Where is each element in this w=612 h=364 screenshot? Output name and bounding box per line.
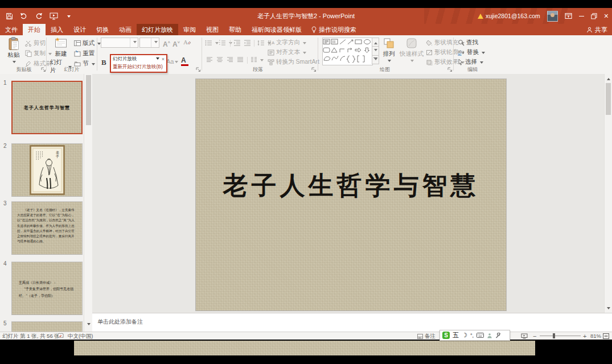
notes-icon — [417, 334, 423, 339]
select-button[interactable]: 选择 — [458, 58, 483, 66]
tab-transitions[interactable]: 切换 — [91, 24, 114, 35]
cut-button[interactable]: 剪切 — [25, 39, 46, 47]
align-left-button[interactable] — [206, 57, 213, 63]
paste-button[interactable]: 粘贴 — [4, 37, 23, 64]
zoom-out-button[interactable]: − — [533, 333, 536, 340]
minimize-button[interactable] — [579, 16, 584, 16]
restore-button[interactable] — [591, 13, 597, 19]
decrease-indent-button[interactable] — [233, 40, 241, 46]
tab-animations[interactable]: 动画 — [114, 24, 137, 35]
shapes-scroll-down[interactable] — [372, 47, 379, 55]
ime-fullhalf-icon[interactable]: ☽ — [462, 332, 467, 339]
justify-button[interactable] — [237, 57, 244, 63]
ime-toolbar[interactable]: S 五 ☽ °, — [440, 330, 510, 341]
close-button[interactable]: × — [604, 12, 609, 20]
align-center-button[interactable] — [216, 57, 223, 63]
spellcheck-icon[interactable] — [57, 333, 64, 339]
reset-button[interactable]: 重置 — [74, 49, 95, 57]
numbering-icon — [219, 40, 226, 46]
change-case-button[interactable]: Aa — [166, 58, 178, 65]
arrange-button[interactable]: 排列 — [380, 37, 397, 63]
thumbnail-scroll-down[interactable] — [84, 321, 93, 329]
clipboard-dialog-launcher[interactable] — [41, 67, 46, 72]
slide-title[interactable]: 老子人生哲学与智慧 — [196, 169, 506, 202]
tab-slideshow[interactable]: 幻灯片放映 — [137, 24, 178, 35]
avatar[interactable] — [547, 11, 558, 22]
popup-dropdown-icon[interactable] — [156, 57, 159, 61]
quick-styles-button[interactable]: 快速样式 — [400, 37, 424, 63]
find-button[interactable]: 查找 — [458, 39, 478, 47]
shapes-scroll-up[interactable] — [372, 38, 379, 47]
shapes-gallery[interactable] — [322, 38, 373, 65]
drawing-dialog-launcher[interactable] — [447, 67, 453, 72]
replace-button[interactable]: abac 替换 — [458, 48, 485, 56]
fit-to-window-button[interactable] — [603, 333, 609, 339]
font-name-combo[interactable] — [101, 38, 138, 48]
account-info[interactable]: xujie2801@163.com — [478, 13, 540, 19]
thumbnail-slide-5[interactable] — [11, 321, 83, 332]
grow-font-button[interactable]: A˄ — [163, 39, 170, 48]
zoom-slider-track[interactable] — [540, 336, 581, 336]
ime-person-icon[interactable] — [487, 333, 492, 338]
svg-text:ac: ac — [458, 52, 462, 56]
language-indicator[interactable]: 中文(中国) — [68, 333, 93, 340]
slide-counter[interactable]: 幻灯片 第 1 张, 共 56 张 — [2, 333, 60, 340]
tab-design[interactable]: 设计 — [68, 24, 91, 35]
slideshow-view-button[interactable] — [521, 333, 528, 339]
align-text-button[interactable]: 对齐文本 — [268, 48, 306, 56]
ime-wubi-mode[interactable]: 五 — [453, 331, 459, 340]
canvas-scroll-down[interactable] — [605, 305, 612, 313]
ribbon-tabs: 文件 开始 插入 设计 切换 动画 幻灯片放映 审阅 视图 帮助 福昕阅读器领鲜… — [0, 24, 612, 35]
shrink-font-button[interactable]: A˅ — [172, 39, 180, 48]
paragraph-dialog-launcher[interactable] — [311, 67, 317, 72]
popup-menu-item[interactable]: 重新开始幻灯片放映(B) — [111, 63, 166, 72]
current-slide[interactable]: 老子人生哲学与智慧 — [195, 78, 507, 311]
zoom-in-button[interactable]: + — [583, 333, 586, 340]
thumbnail-scrollbar-thumb[interactable] — [86, 75, 91, 125]
canvas-scroll-up[interactable] — [605, 74, 612, 82]
thumbnail-slide-4[interactable]: 王禹偁《日长简仲咸》： “子美集开诗世界，伯阳书见道德经。”（老子，字伯阳） — [11, 262, 83, 315]
tab-view[interactable]: 视图 — [201, 24, 224, 35]
thumbnail-slide-3[interactable]: 《老子》又名《道德经》，是先秦伟大思想家老子的著作。它以“道”为核心，以“道法自… — [11, 201, 83, 255]
zoom-slider-handle[interactable] — [553, 333, 555, 338]
align-right-button[interactable] — [227, 57, 233, 63]
shapes-more-button[interactable] — [372, 56, 379, 64]
text-direction-button[interactable]: A 文字方向 — [268, 39, 306, 47]
convert-smartart-button[interactable]: 转换为 SmartArt — [268, 58, 326, 66]
thumbnail-scrollbar[interactable] — [84, 74, 93, 332]
tab-foxit[interactable]: 福昕阅读器领鲜版 — [247, 24, 307, 35]
font-size-combo[interactable] — [139, 38, 159, 48]
increase-indent-button[interactable] — [244, 40, 251, 46]
columns-button[interactable] — [250, 57, 264, 63]
popup-close-icon[interactable]: × — [162, 56, 165, 62]
ime-keyboard-icon[interactable] — [477, 333, 484, 338]
zoom-percentage[interactable]: 81% — [590, 333, 601, 340]
tab-insert[interactable]: 插入 — [46, 24, 68, 35]
notes-toggle-button[interactable]: 备注 — [417, 333, 436, 340]
tell-me-box[interactable]: 操作说明搜索 — [307, 24, 361, 35]
thumbnail-slide-2[interactable]: 老 子 — [11, 143, 83, 197]
copy-button[interactable]: 复制 — [25, 49, 52, 57]
sogou-logo-icon[interactable]: S — [442, 332, 450, 339]
tab-review[interactable]: 审阅 — [178, 24, 201, 35]
tab-file[interactable]: 文件 — [0, 24, 23, 35]
ime-wrench-icon[interactable] — [495, 333, 501, 338]
share-button[interactable]: 共享 — [586, 24, 607, 35]
font-color-button[interactable]: A — [181, 57, 188, 66]
status-bar: 幻灯片 第 1 张, 共 56 张 中文(中国) 备注 S 五 ☽ °, — [0, 332, 612, 340]
canvas-scrollbar-thumb[interactable] — [606, 83, 611, 115]
canvas-scrollbar[interactable] — [604, 74, 612, 313]
ribbon-display-options-icon[interactable] — [565, 13, 572, 19]
slide-editing-canvas[interactable]: 老子人生哲学与智慧 — [92, 74, 605, 313]
clear-formatting-icon[interactable]: A — [183, 39, 191, 46]
popup-title: 幻灯片放映 — [113, 56, 155, 63]
font-dialog-launcher[interactable] — [196, 67, 201, 72]
thumbnail-slide-1[interactable]: 老子人生哲学与智慧 — [11, 81, 83, 134]
tab-help[interactable]: 帮助 — [224, 24, 247, 35]
notes-pane[interactable]: 单击此处添加备注 — [92, 313, 612, 332]
ime-punctuation-icon[interactable]: °, — [470, 333, 474, 338]
bold-button[interactable]: B — [101, 58, 106, 67]
bullets-button[interactable] — [205, 40, 219, 46]
tab-home[interactable]: 开始 — [23, 24, 46, 35]
group-label-editing: 编辑 — [467, 66, 478, 73]
